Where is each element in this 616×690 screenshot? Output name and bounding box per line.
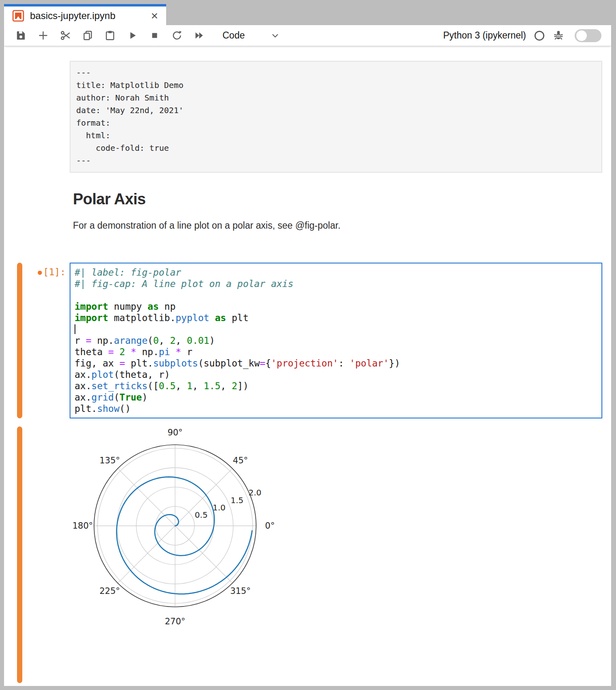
code-line xyxy=(75,289,597,301)
svg-text:0°: 0° xyxy=(265,521,275,531)
restart-button[interactable] xyxy=(166,27,188,45)
paste-button[interactable] xyxy=(99,27,121,45)
kernel-status-icon xyxy=(533,30,545,42)
execution-count: [1]: xyxy=(43,267,66,277)
paste-icon xyxy=(104,30,116,41)
svg-text:0.5: 0.5 xyxy=(195,510,208,520)
code-line: import matplotlib.pyplot as plt xyxy=(75,312,597,324)
svg-text:315°: 315° xyxy=(230,586,251,596)
jupyterlab-window: basics-jupyter.ipynb × Code Python 3 (ip… xyxy=(4,4,611,686)
screen: basics-jupyter.ipynb × Code Python 3 (ip… xyxy=(0,0,616,690)
markdown-cell-yaml[interactable]: --- title: Matplotlib Demo author: Norah… xyxy=(70,61,602,173)
code-line: #| fig-cap: A line plot on a polar axis xyxy=(75,278,597,289)
svg-text:180°: 180° xyxy=(73,521,93,531)
svg-text:1.0: 1.0 xyxy=(213,503,226,512)
svg-text:270°: 270° xyxy=(165,617,186,626)
text-cursor xyxy=(75,324,75,334)
cell-type-dropdown[interactable]: Code xyxy=(222,30,280,41)
code-line: ax.grid(True) xyxy=(75,392,597,403)
run-button[interactable] xyxy=(121,27,143,45)
section-paragraph: For a demonstration of a line plot on a … xyxy=(73,220,611,231)
svg-text:90°: 90° xyxy=(167,428,182,437)
bug-icon xyxy=(552,29,565,41)
save-button[interactable] xyxy=(10,27,32,45)
cut-button[interactable] xyxy=(54,27,77,45)
svg-text:1.5: 1.5 xyxy=(231,495,244,505)
polar-plot-figure: 0°45°90°135°180°225°270°315°0.51.01.52.0 xyxy=(70,426,280,629)
cell-type-value: Code xyxy=(222,30,245,41)
notebook-icon xyxy=(12,10,24,22)
yaml-source: --- title: Matplotlib Demo author: Norah… xyxy=(76,66,596,167)
tab-bar-empty-area xyxy=(166,4,611,25)
tab-title: basics-jupyter.ipynb xyxy=(30,10,149,21)
toggle-knob xyxy=(576,30,587,41)
copy-icon xyxy=(82,30,94,41)
interrupt-icon xyxy=(149,30,160,41)
run-all-icon xyxy=(193,30,205,41)
code-line: theta = 2 * np.pi * r xyxy=(75,346,597,358)
output-gutter xyxy=(4,426,70,683)
cut-icon xyxy=(60,30,71,41)
code-line xyxy=(75,324,597,335)
tab-close-icon[interactable]: × xyxy=(149,10,160,22)
svg-text:135°: 135° xyxy=(100,456,120,465)
code-line: ax.plot(theta, r) xyxy=(75,369,597,380)
code-line: fig, ax = plt.subplots(subplot_kw={'proj… xyxy=(75,358,597,369)
code-line: r = np.arange(0, 2, 0.01) xyxy=(75,335,597,346)
run-all-button[interactable] xyxy=(188,27,210,45)
kernel-name[interactable]: Python 3 (ipykernel) xyxy=(443,30,526,41)
code-cell: ●[1]: #| label: fig-polar#| fig-cap: A l… xyxy=(4,263,611,418)
svg-text:45°: 45° xyxy=(233,456,248,465)
chevron-down-icon xyxy=(270,30,280,41)
tab-bar: basics-jupyter.ipynb × xyxy=(4,4,611,25)
figure-output: 0°45°90°135°180°225°270°315°0.51.01.52.0 xyxy=(70,426,280,683)
simple-mode-toggle[interactable] xyxy=(575,29,601,42)
notebook-content: --- title: Matplotlib Demo author: Norah… xyxy=(4,46,611,686)
code-cell-gutter: ●[1]: xyxy=(4,263,70,418)
save-icon xyxy=(15,30,27,41)
code-line: #| label: fig-polar xyxy=(75,267,597,278)
code-line: import numpy as np xyxy=(75,301,597,312)
section-heading: Polar Axis xyxy=(73,191,611,208)
add-icon xyxy=(37,30,49,41)
add-button[interactable] xyxy=(32,27,54,45)
code-source: #| label: fig-polar#| fig-cap: A line pl… xyxy=(75,267,597,414)
tab-basics-jupyter[interactable]: basics-jupyter.ipynb × xyxy=(4,4,166,25)
run-icon xyxy=(126,30,138,41)
interrupt-button[interactable] xyxy=(143,27,166,45)
copy-button[interactable] xyxy=(77,27,99,45)
code-line: ax.set_rticks([0.5, 1, 1.5, 2]) xyxy=(75,380,597,392)
debugger-button[interactable] xyxy=(552,29,565,42)
toolbar-button-group xyxy=(10,27,210,45)
code-line: plt.show() xyxy=(75,403,597,414)
svg-text:2.0: 2.0 xyxy=(248,488,261,497)
code-editor[interactable]: #| label: fig-polar#| fig-cap: A line pl… xyxy=(70,263,602,418)
input-collapser[interactable] xyxy=(17,263,22,418)
output-collapser[interactable] xyxy=(17,426,22,683)
svg-text:225°: 225° xyxy=(100,586,120,596)
restart-icon xyxy=(171,30,183,41)
modified-dot: ● xyxy=(38,268,42,276)
execution-prompt: ●[1]: xyxy=(38,267,66,277)
output-area: 0°45°90°135°180°225°270°315°0.51.01.52.0 xyxy=(4,426,611,683)
notebook-toolbar: Code Python 3 (ipykernel) xyxy=(4,25,611,46)
